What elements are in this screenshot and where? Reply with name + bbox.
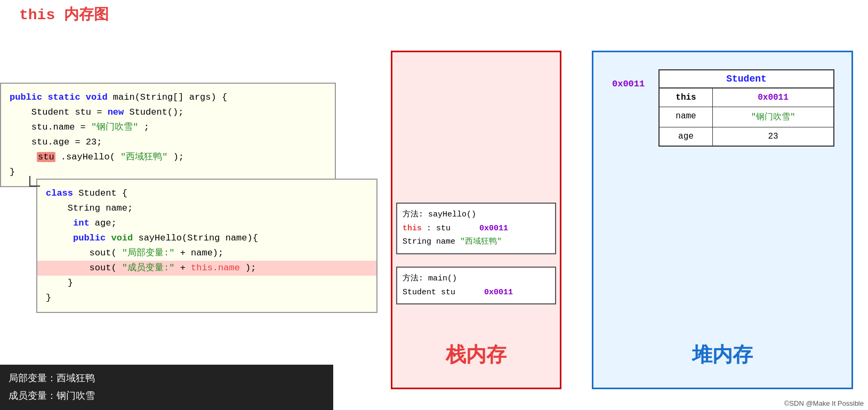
heap-object-title: Student [660, 70, 833, 89]
stack-label: 栈内存 [391, 341, 561, 368]
main-frame-title: 方法: main() [403, 272, 550, 286]
heap-row-name: name "钢门吹雪" [660, 107, 833, 127]
page-title: this 内存图 [19, 4, 109, 25]
class-line-1: class Student { [46, 186, 368, 201]
sayhello-name-line: String name "西域狂鸭" [403, 235, 550, 249]
code-line-5: stu .sayHello( "西域狂鸭" ); [10, 150, 326, 165]
code-line-1: public static void main(String[] args) { [10, 90, 326, 105]
heap-address: 0x0011 [612, 79, 645, 89]
title-rest: 内存图 [64, 7, 109, 23]
console-line-1: 局部变量：西域狂鸭 [9, 370, 325, 387]
heap-row-this: this 0x0011 [660, 89, 833, 107]
console-output: 局部变量：西域狂鸭 成员变量：钢门吹雪 [0, 365, 333, 410]
code-line-4: stu.age = 23; [10, 135, 326, 150]
class-line-2: String name; [46, 201, 368, 216]
watermark: ©SDN @Make It Possible [784, 399, 864, 407]
heap-cell-name-label: name [660, 107, 713, 127]
main-code-box: public static void main(String[] args) {… [0, 83, 336, 187]
heap-cell-this-value: 0x0011 [713, 89, 833, 107]
heap-object-table: Student this 0x0011 name "钢门吹雪" age 23 [658, 69, 834, 147]
heap-cell-this-label: this [660, 89, 713, 107]
class-line-8: } [46, 291, 368, 306]
code-line-2: Student stu = new Student(); [10, 105, 326, 120]
heap-cell-name-value: "钢门吹雪" [713, 107, 833, 127]
console-line-2: 成员变量：钢门吹雪 [9, 388, 325, 405]
class-line-3: int age; [46, 216, 368, 231]
sayhello-frame: 方法: sayHello() this : stu 0x0011 String … [396, 203, 556, 254]
class-code-box: class Student { String name; int age; pu… [36, 179, 377, 313]
sayhello-this-line: this : stu 0x0011 [403, 222, 550, 236]
heap-row-age: age 23 [660, 127, 833, 146]
main-frame-stu-line: Student stu 0x0011 [403, 286, 550, 300]
class-line-7: } [46, 276, 368, 291]
connector-line [29, 176, 40, 187]
class-line-4: public void sayHello(String name){ [46, 231, 368, 246]
code-line-3: stu.name = "钢门吹雪" ; [10, 120, 326, 135]
heap-cell-age-value: 23 [713, 127, 833, 146]
class-line-6-highlight: sout( "成员变量:" + this.name ); [37, 261, 376, 276]
class-line-5: sout( "局部变量:" + name); [46, 246, 368, 261]
title-this: this [19, 7, 55, 23]
main-frame: 方法: main() Student stu 0x0011 [396, 267, 556, 304]
sayhello-title: 方法: sayHello() [403, 208, 550, 222]
code-line-6: } [10, 165, 326, 180]
heap-label: 堆内存 [592, 341, 853, 368]
heap-cell-age-label: age [660, 127, 713, 146]
stu-highlight: stu [37, 152, 55, 162]
